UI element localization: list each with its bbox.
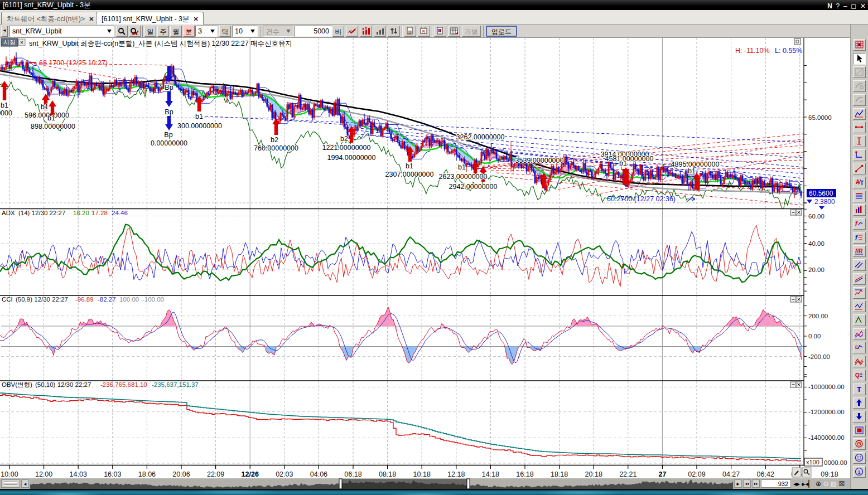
svg-text:16:18: 16:18 [516, 470, 533, 478]
svg-text:L: 0.55%: L: 0.55% [775, 47, 802, 55]
svg-text:-200.00: -200.00 [808, 353, 830, 360]
svg-text:06:18: 06:18 [344, 470, 361, 478]
svg-text:f: f [855, 234, 858, 241]
svg-text:b1: b1 [688, 167, 696, 175]
svg-text:760.00000000: 760.00000000 [254, 144, 298, 152]
svg-text:60.00: 60.00 [808, 213, 824, 220]
svg-text:(14) 12/30 22:27: (14) 12/30 22:27 [18, 210, 65, 216]
svg-text:40.00: 40.00 [808, 240, 824, 247]
svg-text:08:18: 08:18 [379, 470, 396, 478]
svg-text:22:21: 22:21 [619, 470, 636, 478]
svg-text:-236,765,681.10: -236,765,681.10 [100, 381, 147, 388]
svg-text:65.0000: 65.0000 [808, 114, 832, 121]
svg-text:T: T [857, 385, 861, 394]
svg-text:22:09: 22:09 [207, 470, 224, 478]
svg-text:x100: x100 [806, 459, 819, 465]
svg-text:18:18: 18:18 [551, 470, 568, 478]
svg-text:OBV(변형): OBV(변형) [2, 381, 32, 388]
svg-text:04:06: 04:06 [310, 470, 327, 478]
svg-text:snt_KRW_Upbit 최종편-cci(n분할)_사본: snt_KRW_Upbit 최종편-cci(n분할)_사본 (시스템 시험적용)… [29, 40, 292, 47]
svg-text:2307.00000000: 2307.00000000 [385, 171, 434, 178]
svg-text:-1000000.00: -1000000.00 [808, 384, 845, 390]
svg-text:b1: b1 [406, 162, 413, 170]
svg-text:06:42: 06:42 [757, 470, 774, 478]
svg-text:(50,10) 12/30 22:27: (50,10) 12/30 22:27 [35, 381, 91, 388]
svg-text:16.20: 16.20 [73, 210, 89, 216]
svg-text:b1: b1 [195, 113, 203, 120]
svg-text:-1400000.00: -1400000.00 [808, 434, 845, 441]
svg-text:300.00000000: 300.00000000 [177, 122, 222, 130]
svg-text:R: R [422, 30, 425, 33]
svg-text:396.00000000: 396.00000000 [0, 109, 12, 117]
svg-text:b2: b2 [340, 135, 348, 143]
svg-text:2623.00000000: 2623.00000000 [439, 173, 488, 181]
svg-text:17.28: 17.28 [91, 210, 108, 216]
svg-text:10:18: 10:18 [413, 470, 431, 478]
svg-text:02:09: 02:09 [688, 470, 705, 478]
svg-text:H: -11.10%: H: -11.10% [735, 47, 770, 55]
svg-text:10:00: 10:00 [1, 470, 18, 478]
svg-text:2942.00000000: 2942.00000000 [449, 183, 498, 191]
svg-text:×: × [20, 40, 23, 46]
svg-text:12:18: 12:18 [447, 470, 465, 478]
svg-text:1994.00000000: 1994.00000000 [327, 154, 376, 162]
svg-text:시험: 시험 [3, 39, 16, 46]
svg-text:14:03: 14:03 [70, 470, 87, 478]
svg-text:-82.27: -82.27 [98, 296, 116, 303]
svg-text:E: E [855, 344, 859, 350]
svg-text:-235,637,151.37: -235,637,151.37 [152, 381, 199, 388]
svg-text:04:27: 04:27 [722, 470, 740, 478]
svg-text:0.00000000: 0.00000000 [151, 139, 187, 147]
svg-text:18:06: 18:06 [138, 470, 156, 478]
svg-text:1: 1 [857, 469, 860, 475]
svg-text:14:18: 14:18 [482, 470, 499, 478]
svg-text:b1: b1 [41, 103, 49, 111]
svg-text:0000.00: 0000.00 [824, 459, 847, 466]
svg-text:2.3800: 2.3800 [814, 198, 835, 206]
svg-text:f/R: f/R [855, 248, 863, 254]
svg-text:f: f [855, 220, 858, 227]
svg-text:12/26: 12/26 [242, 470, 259, 478]
svg-text:100.00: 100.00 [119, 296, 139, 303]
svg-text:(50,9) 12/30 22:27: (50,9) 12/30 22:27 [16, 296, 68, 303]
svg-text:596.00000000: 596.00000000 [25, 111, 69, 119]
svg-text:09:18: 09:18 [821, 470, 838, 478]
svg-text:Bp: Bp [164, 131, 172, 139]
svg-text:0.00: 0.00 [808, 333, 821, 339]
svg-text:Bp: Bp [165, 84, 173, 91]
svg-text:ADX: ADX [2, 210, 15, 216]
svg-text:-100.00: -100.00 [142, 296, 164, 303]
svg-text:b1: b1 [458, 163, 466, 171]
svg-text:3262.00000000: 3262.00000000 [456, 133, 505, 141]
svg-text:Q: Q [855, 372, 860, 378]
svg-text:b1: b1 [47, 114, 55, 122]
svg-text:b1: b1 [1, 101, 8, 109]
svg-text:D: D [408, 30, 412, 35]
svg-text:b2: b2 [271, 136, 278, 144]
svg-text:b1: b1 [619, 159, 627, 167]
svg-text:02:03: 02:03 [276, 470, 293, 478]
svg-text:12:00: 12:00 [35, 470, 52, 478]
svg-text:16:03: 16:03 [104, 470, 121, 478]
svg-text:T: T [860, 180, 864, 186]
svg-text:20:18: 20:18 [585, 470, 602, 478]
svg-text:CCI: CCI [2, 296, 13, 303]
svg-text:A: A [856, 179, 860, 185]
svg-text:68.1700 (12/25 10:27): 68.1700 (12/25 10:27) [39, 59, 108, 67]
svg-text:-96.89: -96.89 [75, 296, 94, 303]
svg-text:60.2700 (12/27 02:36): 60.2700 (12/27 02:36) [607, 195, 676, 203]
svg-text:20.00: 20.00 [808, 266, 824, 273]
svg-text:200.00: 200.00 [808, 313, 828, 319]
svg-text:4581.00000000: 4581.00000000 [605, 155, 654, 163]
svg-text:1221.00000000: 1221.00000000 [322, 144, 371, 152]
svg-text:20:06: 20:06 [172, 470, 190, 478]
svg-text:-1200000.00: -1200000.00 [808, 409, 845, 415]
svg-text:27: 27 [658, 470, 666, 478]
svg-text:24.46: 24.46 [112, 210, 128, 216]
svg-text:60.5600: 60.5600 [809, 190, 833, 197]
svg-text:3539.00000000: 3539.00000000 [515, 157, 564, 164]
svg-text:Bp: Bp [165, 108, 173, 116]
svg-text:898.00000000: 898.00000000 [31, 123, 75, 130]
